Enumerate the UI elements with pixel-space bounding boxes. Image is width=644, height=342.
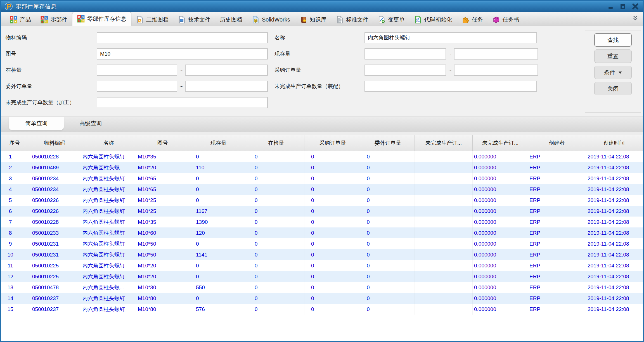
table-cell: 0.000000 (473, 249, 528, 260)
query-tab-simple-query[interactable]: 简单查询 (9, 117, 64, 130)
tab-tech-doc[interactable]: 技术文件 (173, 13, 215, 26)
inspecting-qty-to-field[interactable] (185, 65, 268, 76)
tab-solidworks[interactable]: SolidWorks (247, 13, 295, 26)
tab-knowledge-base[interactable]: 知识库 (295, 13, 331, 26)
unfinished-production-qty-machining-field[interactable] (97, 97, 268, 108)
table-cell: 050010231 (28, 238, 81, 249)
tab-history-drawing[interactable]: 历史图档 (215, 13, 247, 26)
close-button[interactable] (631, 3, 640, 10)
inventory-grid: 序号物料编码名称图号现存量在检量采购订单量委外订单量未完成生产订...未完成生产… (1, 135, 643, 341)
column-header-4[interactable]: 现存量 (189, 135, 248, 151)
column-header-8[interactable]: 未完成生产订... (415, 135, 473, 151)
table-cell: 15 (1, 304, 28, 315)
outsource-order-qty-from-field[interactable] (97, 81, 177, 92)
table-cell: 0 (361, 282, 415, 293)
table-row[interactable]: 2050010489内六角圆柱头螺...M10*201100000.000000… (1, 162, 643, 173)
table-row[interactable]: 6050010226内六角圆柱头螺钉M10*2511670000.000000E… (1, 206, 643, 217)
table-cell: ERP (528, 249, 585, 260)
column-header-5[interactable]: 在检量 (248, 135, 304, 151)
table-cell: 2019-11-04 22:08 (585, 184, 643, 195)
table-cell (415, 227, 473, 238)
table-cell: 0 (304, 271, 361, 282)
inspecting-qty-from-field[interactable] (97, 65, 177, 76)
table-row[interactable]: 7050010228内六角圆柱头螺钉M10*3513900000.000000E… (1, 217, 643, 227)
column-header-1[interactable]: 物料编码 (28, 135, 81, 151)
purchase-order-qty-label: 采购订单量 (274, 66, 364, 74)
close-button[interactable]: 关闭 (594, 82, 632, 95)
form-row-outsource-order-qty: 委外订单量~ (6, 81, 268, 92)
column-header-2[interactable]: 名称 (81, 135, 136, 151)
table-row[interactable]: 12050010225内六角圆柱头螺钉M10*2000000.000000ERP… (1, 271, 643, 282)
table-cell: ERP (528, 151, 585, 162)
column-header-3[interactable]: 图号 (136, 135, 189, 151)
table-row[interactable]: 10050010231内六角圆柱头螺钉M10*5011410000.000000… (1, 249, 643, 260)
drawing-no-field[interactable] (97, 48, 268, 60)
tab-task-book[interactable]: 任务书 (488, 13, 524, 26)
condition-button[interactable]: 条件 (594, 66, 632, 79)
table-row[interactable]: 13050010478内六角圆柱头螺...M10*305500000.00000… (1, 282, 643, 293)
table-row[interactable]: 1050010228内六角圆柱头螺钉M10*3500000.000000ERP2… (1, 151, 643, 162)
table-gap (1, 132, 643, 135)
column-header-9[interactable]: 未完成生产订... (473, 135, 528, 151)
tab-code-init[interactable]: 100101代码初始化 (409, 13, 457, 26)
tab-parts[interactable]: 零部件 (36, 13, 72, 26)
part-name-field[interactable] (364, 32, 537, 43)
tab-label: 变更单 (388, 16, 405, 23)
stock-qty-to-field[interactable] (454, 48, 538, 60)
column-header-0[interactable]: 序号 (1, 135, 28, 151)
table-cell: 0 (304, 282, 361, 293)
table-row[interactable]: 8050010233内六角圆柱头螺钉M10*601200000.000000ER… (1, 227, 643, 238)
chevron-double-down-icon[interactable] (632, 15, 639, 23)
search-button[interactable]: 查找 (594, 33, 632, 47)
purchase-order-qty-to-field[interactable] (454, 65, 538, 76)
tab-task[interactable]: 任务 (457, 13, 488, 26)
stock-qty-from-field[interactable] (364, 48, 446, 60)
condition-button-label: 条件 (604, 69, 615, 76)
table-cell: 0 (248, 173, 304, 184)
svg-text:0101: 0101 (416, 20, 421, 23)
table-cell: 内六角圆柱头螺钉 (81, 238, 136, 249)
table-cell: 0.000000 (473, 238, 528, 249)
table-cell: 0 (361, 173, 415, 184)
table-row[interactable]: 11050010225内六角圆柱头螺钉M10*2000000.000000ERP… (1, 260, 643, 271)
tab-products[interactable]: 产品 (5, 13, 36, 26)
table-row[interactable]: 15050010237内六角圆柱头螺钉M10*805760000.000000E… (1, 304, 643, 315)
table-cell: ERP (528, 304, 585, 315)
tab-label: 代码初始化 (424, 16, 452, 23)
query-mode-tabs: 简单查询高级查询 (1, 117, 643, 132)
form-row-material-code: 物料编码 (6, 32, 268, 43)
table-cell: 8 (1, 227, 28, 238)
search-form-right-column: 名称现存量~采购订单量~未完成生产订单数量（装配） (274, 32, 538, 97)
tab-standard-doc[interactable]: 标准文件 (331, 13, 373, 26)
form-row-drawing-no: 图号 (6, 48, 268, 60)
column-header-10[interactable]: 创建者 (528, 135, 585, 151)
table-cell: M10*25 (136, 206, 189, 217)
table-cell: 内六角圆柱头螺钉 (81, 195, 136, 206)
material-code-field[interactable] (97, 32, 268, 43)
reset-button[interactable]: 重置 (594, 49, 632, 63)
column-header-6[interactable]: 采购订单量 (304, 135, 361, 151)
table-cell: 0 (189, 260, 248, 271)
table-row[interactable]: 3050010234内六角圆柱头螺钉M10*6500000.000000ERP2… (1, 173, 643, 184)
outsource-order-qty-to-field[interactable] (185, 81, 268, 92)
table-cell: ERP (528, 293, 585, 304)
table-row[interactable]: 5050010226内六角圆柱头螺钉M10*2500000.000000ERP2… (1, 195, 643, 206)
query-tab-advanced-query[interactable]: 高级查询 (64, 117, 117, 130)
column-header-11[interactable]: 创建时间 (585, 135, 643, 151)
maximize-button[interactable] (619, 3, 627, 10)
table-row[interactable]: 4050010234内六角圆柱头螺钉M10*6500000.000000ERP2… (1, 184, 643, 195)
table-cell: M10*35 (136, 151, 189, 162)
column-header-7[interactable]: 委外订单量 (361, 135, 415, 151)
tab-change-order[interactable]: 变更单 (373, 13, 409, 26)
range-tilde: ~ (446, 67, 454, 73)
table-cell: 0 (361, 293, 415, 304)
tab-parts-inventory[interactable]: 零部件库存信息 (72, 12, 131, 26)
tab-drawing-2d[interactable]: 二维图档 (131, 13, 173, 26)
purchase-order-qty-from-field[interactable] (364, 65, 446, 76)
table-row[interactable]: 9050010231内六角圆柱头螺钉M10*5000000.000000ERP2… (1, 238, 643, 249)
table-cell: 050010228 (28, 151, 81, 162)
unfinished-production-qty-assembly-field[interactable] (364, 81, 537, 92)
table-row[interactable]: 14050010237内六角圆柱头螺钉M10*8000000.000000ERP… (1, 293, 643, 304)
minimize-button[interactable] (607, 3, 615, 10)
table-cell: 0 (361, 162, 415, 173)
